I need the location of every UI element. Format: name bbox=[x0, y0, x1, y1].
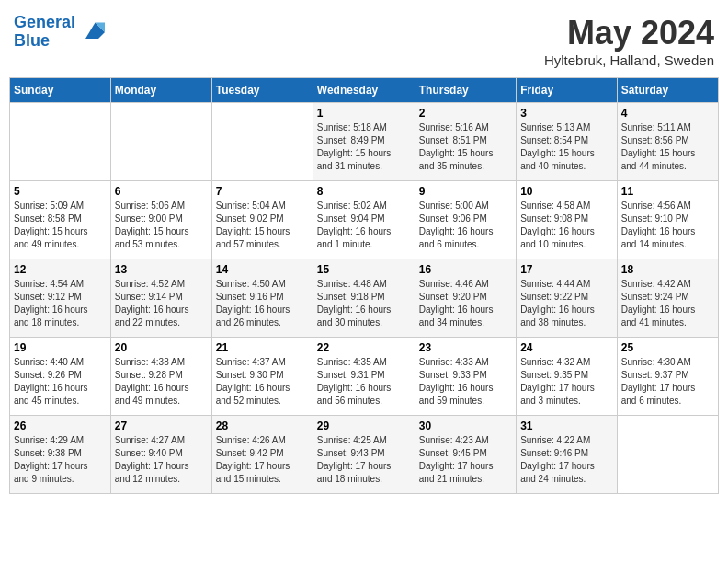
calendar-cell: 23Sunrise: 4:33 AM Sunset: 9:33 PM Dayli… bbox=[415, 338, 516, 416]
day-info: Sunrise: 4:30 AM Sunset: 9:37 PM Dayligh… bbox=[621, 356, 714, 408]
calendar-cell: 1Sunrise: 5:18 AM Sunset: 8:49 PM Daylig… bbox=[313, 103, 415, 181]
col-header-sunday: Sunday bbox=[10, 78, 111, 103]
calendar-table: SundayMondayTuesdayWednesdayThursdayFrid… bbox=[9, 77, 719, 494]
day-info: Sunrise: 4:42 AM Sunset: 9:24 PM Dayligh… bbox=[621, 278, 714, 329]
day-number: 18 bbox=[621, 263, 714, 276]
day-info: Sunrise: 4:29 AM Sunset: 9:38 PM Dayligh… bbox=[14, 434, 107, 486]
day-number: 14 bbox=[216, 263, 309, 276]
col-header-monday: Monday bbox=[110, 78, 211, 103]
day-info: Sunrise: 5:06 AM Sunset: 9:00 PM Dayligh… bbox=[115, 200, 208, 251]
day-info: Sunrise: 5:18 AM Sunset: 8:49 PM Dayligh… bbox=[317, 121, 411, 173]
day-info: Sunrise: 5:09 AM Sunset: 8:58 PM Dayligh… bbox=[14, 200, 107, 251]
day-number: 10 bbox=[520, 185, 613, 198]
month-title: May 2024 bbox=[544, 14, 714, 52]
day-info: Sunrise: 4:46 AM Sunset: 9:20 PM Dayligh… bbox=[419, 278, 512, 329]
day-number: 29 bbox=[317, 419, 411, 432]
day-number: 27 bbox=[115, 419, 208, 432]
day-info: Sunrise: 5:00 AM Sunset: 9:06 PM Dayligh… bbox=[419, 200, 512, 251]
calendar-cell: 21Sunrise: 4:37 AM Sunset: 9:30 PM Dayli… bbox=[211, 338, 313, 416]
day-number: 26 bbox=[14, 419, 107, 432]
calendar-cell bbox=[211, 103, 313, 181]
day-info: Sunrise: 4:33 AM Sunset: 9:33 PM Dayligh… bbox=[419, 356, 512, 408]
day-number: 19 bbox=[14, 341, 107, 354]
day-number: 9 bbox=[419, 185, 512, 198]
title-block: May 2024 Hyltebruk, Halland, Sweden bbox=[544, 14, 714, 68]
day-info: Sunrise: 4:52 AM Sunset: 9:14 PM Dayligh… bbox=[115, 278, 208, 329]
day-info: Sunrise: 4:56 AM Sunset: 9:10 PM Dayligh… bbox=[621, 200, 714, 251]
week-row-3: 12Sunrise: 4:54 AM Sunset: 9:12 PM Dayli… bbox=[10, 259, 719, 338]
day-number: 12 bbox=[14, 263, 107, 276]
col-header-wednesday: Wednesday bbox=[313, 78, 415, 103]
col-header-thursday: Thursday bbox=[415, 78, 516, 103]
day-of-week-row: SundayMondayTuesdayWednesdayThursdayFrid… bbox=[10, 78, 719, 103]
day-info: Sunrise: 4:50 AM Sunset: 9:16 PM Dayligh… bbox=[216, 278, 309, 329]
day-info: Sunrise: 4:32 AM Sunset: 9:35 PM Dayligh… bbox=[520, 356, 613, 408]
day-info: Sunrise: 4:54 AM Sunset: 9:12 PM Dayligh… bbox=[14, 278, 107, 329]
calendar-cell: 15Sunrise: 4:48 AM Sunset: 9:18 PM Dayli… bbox=[313, 259, 415, 338]
calendar-cell: 2Sunrise: 5:16 AM Sunset: 8:51 PM Daylig… bbox=[415, 103, 516, 181]
day-info: Sunrise: 4:26 AM Sunset: 9:42 PM Dayligh… bbox=[216, 434, 309, 486]
logo: General Blue bbox=[14, 14, 105, 51]
calendar-cell: 25Sunrise: 4:30 AM Sunset: 9:37 PM Dayli… bbox=[617, 338, 718, 416]
calendar-cell: 8Sunrise: 5:02 AM Sunset: 9:04 PM Daylig… bbox=[313, 181, 415, 259]
calendar-cell: 22Sunrise: 4:35 AM Sunset: 9:31 PM Dayli… bbox=[313, 338, 415, 416]
logo-general: General bbox=[14, 13, 75, 31]
calendar-cell: 24Sunrise: 4:32 AM Sunset: 9:35 PM Dayli… bbox=[517, 338, 618, 416]
logo-text: General bbox=[14, 14, 75, 32]
calendar-cell: 9Sunrise: 5:00 AM Sunset: 9:06 PM Daylig… bbox=[415, 181, 516, 259]
location: Hyltebruk, Halland, Sweden bbox=[544, 52, 714, 68]
calendar-cell: 20Sunrise: 4:38 AM Sunset: 9:28 PM Dayli… bbox=[110, 338, 211, 416]
col-header-tuesday: Tuesday bbox=[211, 78, 313, 103]
day-info: Sunrise: 5:02 AM Sunset: 9:04 PM Dayligh… bbox=[317, 200, 411, 251]
calendar-cell: 6Sunrise: 5:06 AM Sunset: 9:00 PM Daylig… bbox=[110, 181, 211, 259]
calendar-cell: 29Sunrise: 4:25 AM Sunset: 9:43 PM Dayli… bbox=[313, 416, 415, 494]
calendar-cell: 28Sunrise: 4:26 AM Sunset: 9:42 PM Dayli… bbox=[211, 416, 313, 494]
calendar-cell: 10Sunrise: 4:58 AM Sunset: 9:08 PM Dayli… bbox=[517, 181, 618, 259]
day-number: 6 bbox=[115, 185, 208, 198]
calendar-cell: 12Sunrise: 4:54 AM Sunset: 9:12 PM Dayli… bbox=[10, 259, 111, 338]
day-number: 21 bbox=[216, 341, 309, 354]
week-row-2: 5Sunrise: 5:09 AM Sunset: 8:58 PM Daylig… bbox=[10, 181, 719, 259]
calendar-cell bbox=[110, 103, 211, 181]
day-number: 13 bbox=[115, 263, 208, 276]
calendar-cell: 7Sunrise: 5:04 AM Sunset: 9:02 PM Daylig… bbox=[211, 181, 313, 259]
day-info: Sunrise: 4:37 AM Sunset: 9:30 PM Dayligh… bbox=[216, 356, 309, 408]
day-number: 20 bbox=[115, 341, 208, 354]
day-number: 4 bbox=[621, 107, 714, 120]
calendar-cell: 26Sunrise: 4:29 AM Sunset: 9:38 PM Dayli… bbox=[10, 416, 111, 494]
day-number: 17 bbox=[520, 263, 613, 276]
calendar-cell: 19Sunrise: 4:40 AM Sunset: 9:26 PM Dayli… bbox=[10, 338, 111, 416]
calendar-cell: 16Sunrise: 4:46 AM Sunset: 9:20 PM Dayli… bbox=[415, 259, 516, 338]
day-number: 2 bbox=[419, 107, 512, 120]
day-info: Sunrise: 4:58 AM Sunset: 9:08 PM Dayligh… bbox=[520, 200, 613, 251]
day-number: 24 bbox=[520, 341, 613, 354]
day-number: 23 bbox=[419, 341, 512, 354]
day-info: Sunrise: 4:35 AM Sunset: 9:31 PM Dayligh… bbox=[317, 356, 411, 408]
col-header-friday: Friday bbox=[517, 78, 618, 103]
day-number: 11 bbox=[621, 185, 714, 198]
day-number: 15 bbox=[317, 263, 411, 276]
calendar-cell: 30Sunrise: 4:23 AM Sunset: 9:45 PM Dayli… bbox=[415, 416, 516, 494]
day-info: Sunrise: 4:40 AM Sunset: 9:26 PM Dayligh… bbox=[14, 356, 107, 408]
calendar-cell: 3Sunrise: 5:13 AM Sunset: 8:54 PM Daylig… bbox=[517, 103, 618, 181]
day-info: Sunrise: 4:27 AM Sunset: 9:40 PM Dayligh… bbox=[115, 434, 208, 486]
day-info: Sunrise: 5:11 AM Sunset: 8:56 PM Dayligh… bbox=[621, 121, 714, 173]
day-number: 31 bbox=[520, 419, 613, 432]
calendar-cell: 5Sunrise: 5:09 AM Sunset: 8:58 PM Daylig… bbox=[10, 181, 111, 259]
logo-blue: Blue bbox=[14, 32, 75, 51]
page-header: General Blue May 2024 Hyltebruk, Halland… bbox=[9, 9, 719, 68]
calendar-cell: 18Sunrise: 4:42 AM Sunset: 9:24 PM Dayli… bbox=[617, 259, 718, 338]
day-info: Sunrise: 4:22 AM Sunset: 9:46 PM Dayligh… bbox=[520, 434, 613, 486]
week-row-1: 1Sunrise: 5:18 AM Sunset: 8:49 PM Daylig… bbox=[10, 103, 719, 181]
day-number: 25 bbox=[621, 341, 714, 354]
day-info: Sunrise: 4:48 AM Sunset: 9:18 PM Dayligh… bbox=[317, 278, 411, 329]
day-number: 8 bbox=[317, 185, 411, 198]
calendar-body: 1Sunrise: 5:18 AM Sunset: 8:49 PM Daylig… bbox=[10, 103, 719, 494]
calendar-cell: 13Sunrise: 4:52 AM Sunset: 9:14 PM Dayli… bbox=[110, 259, 211, 338]
calendar-cell: 14Sunrise: 4:50 AM Sunset: 9:16 PM Dayli… bbox=[211, 259, 313, 338]
day-info: Sunrise: 4:38 AM Sunset: 9:28 PM Dayligh… bbox=[115, 356, 208, 408]
day-number: 1 bbox=[317, 107, 411, 120]
calendar-cell: 11Sunrise: 4:56 AM Sunset: 9:10 PM Dayli… bbox=[617, 181, 718, 259]
calendar-cell: 31Sunrise: 4:22 AM Sunset: 9:46 PM Dayli… bbox=[517, 416, 618, 494]
day-number: 30 bbox=[419, 419, 512, 432]
